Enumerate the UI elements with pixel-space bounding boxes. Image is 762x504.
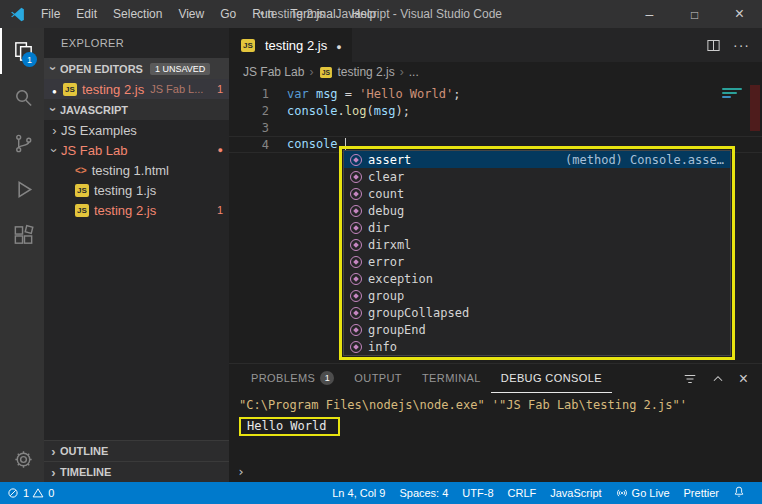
error-count: 1 [23,487,29,499]
js-file-icon [75,204,89,217]
close-icon [735,5,744,23]
editor-tab-bar: testing 2.js [229,28,762,62]
filter-icon[interactable] [683,372,697,386]
warning-icon [32,487,44,499]
timeline-section-header[interactable]: TIMELINE [44,461,229,482]
workspace-section-header[interactable]: JAVASCRIPT [44,99,229,120]
panel-tab-output[interactable]: OUTPUT [344,364,412,393]
breadcrumb-file[interactable]: testing 2.js [337,65,394,79]
open-editors-header[interactable]: OPEN EDITORS 1 UNSAVED [44,58,229,79]
tree-item-testing-1-html[interactable]: testing 1.html [44,160,229,180]
method-icon [350,341,362,353]
js-file-icon [241,39,255,52]
settings-button[interactable] [0,436,44,482]
source-control-icon [12,132,35,155]
minimize-button[interactable] [627,0,672,28]
suggest-item-dir[interactable]: dir [344,219,730,236]
suggest-label: count [368,187,404,201]
bottom-panel: PROBLEMS1OUTPUTTERMINALDEBUG CONSOLE "C:… [229,363,762,482]
open-editors-label: OPEN EDITORS [60,63,143,75]
method-icon [350,307,362,319]
suggest-item-groupCollapsed[interactable]: groupCollapsed [344,304,730,321]
problems-summary[interactable]: 1 0 [7,487,54,499]
close-button[interactable] [717,0,762,28]
status-right: Ln 4, Col 9Spaces: 4UTF-8CRLFJavaScript … [325,486,752,500]
status-spaces-4[interactable]: Spaces: 4 [392,487,455,499]
debug-console-input[interactable] [229,464,762,482]
panel-close-icon[interactable] [739,370,748,388]
suggest-item-exception[interactable]: exception [344,270,730,287]
code-line-3[interactable]: 3 [229,119,762,136]
tree-item-testing-2-js[interactable]: testing 2.js 1 [44,200,229,220]
problems-count: 1 [213,83,223,95]
suggest-item-count[interactable]: count [344,185,730,202]
panel-tab-terminal[interactable]: TERMINAL [412,364,491,393]
method-icon [350,256,362,268]
source-control-activity-button[interactable] [0,120,44,166]
minimap-line [722,92,737,94]
status-ln-4-col-9[interactable]: Ln 4, Col 9 [325,487,392,499]
problems-count: 1 [213,204,223,216]
menu-edit[interactable]: Edit [68,0,105,28]
status-prettier[interactable]: Prettier [677,487,726,499]
code-line-1[interactable]: 1var msg = 'Hello World'; [229,85,762,102]
go-live-label: Go Live [632,487,670,499]
split-editor-icon[interactable] [706,38,721,53]
minimap[interactable] [720,86,746,100]
suggest-item-error[interactable]: error [344,253,730,270]
open-editor-item[interactable]: testing 2.js JS Fab L... 1 [44,79,229,99]
suggest-item-debug[interactable]: debug [344,202,730,219]
explorer-activity-button[interactable]: 1 [0,28,44,74]
status-crlf[interactable]: CRLF [501,487,544,499]
more-actions-icon[interactable] [733,37,750,53]
title-bar: FileEditSelectionViewGoRunTerminalHelp •… [0,0,762,28]
panel-tab-debug-console[interactable]: DEBUG CONSOLE [491,364,612,393]
method-icon [350,205,362,217]
breadcrumb[interactable]: JS Fab Lab testing 2.js ... [229,62,762,82]
suggest-detail: (method) Console.asse… [565,153,724,167]
outline-section-header[interactable]: OUTLINE [44,440,229,461]
folder-label: JS Fab Lab [61,143,128,158]
extensions-activity-button[interactable] [0,212,44,258]
method-icon [350,324,362,336]
menu-view[interactable]: View [170,0,212,28]
tree-item-js-fab-lab[interactable]: JS Fab Lab [44,140,229,160]
suggest-label: exception [368,272,433,286]
suggest-label: clear [368,170,404,184]
status-utf-8[interactable]: UTF-8 [455,487,500,499]
status-items: Ln 4, Col 9Spaces: 4UTF-8CRLFJavaScript [325,487,608,499]
js-file-icon [63,83,77,96]
suggest-item-assert[interactable]: assert(method) Console.asse… [344,151,730,168]
tree-item-testing-1-js[interactable]: testing 1.js [44,180,229,200]
code-line-2[interactable]: 2console.log(msg); [229,102,762,119]
breadcrumb-separator-icon [307,65,315,79]
suggest-item-clear[interactable]: clear [344,168,730,185]
suggest-item-info[interactable]: info [344,338,730,355]
folder-label: JS Examples [61,123,137,138]
status-javascript[interactable]: JavaScript [543,487,608,499]
chevron-right-icon [47,444,60,459]
code-text: console.log(msg); [269,104,410,118]
chevron-up-icon[interactable] [711,372,725,386]
tree-item-js-examples[interactable]: JS Examples [44,120,229,140]
menu-selection[interactable]: Selection [105,0,170,28]
suggest-item-groupEnd[interactable]: groupEnd [344,321,730,338]
menu-go[interactable]: Go [212,0,244,28]
notifications-bell-button[interactable] [726,486,752,500]
status-go-live[interactable]: Go Live [609,487,677,499]
suggest-item-group[interactable]: group [344,287,730,304]
suggest-item-dirxml[interactable]: dirxml [344,236,730,253]
line-number: 1 [229,87,269,101]
scrollbar-error-marker[interactable] [750,85,760,131]
search-activity-button[interactable] [0,74,44,120]
breadcrumb-folder[interactable]: JS Fab Lab [243,65,304,79]
tab-testing-2-js[interactable]: testing 2.js [229,28,352,62]
debug-console-content[interactable]: "C:\Program Files\nodejs\node.exe" '"JS … [229,393,762,482]
chevron-down-icon [48,143,61,158]
maximize-button[interactable] [672,0,717,28]
panel-tab-bar: PROBLEMS1OUTPUTTERMINALDEBUG CONSOLE [229,364,762,393]
menu-file[interactable]: File [33,0,68,28]
run-debug-activity-button[interactable] [0,166,44,212]
breadcrumb-symbol[interactable]: ... [409,65,419,79]
panel-tab-problems[interactable]: PROBLEMS1 [241,364,344,393]
